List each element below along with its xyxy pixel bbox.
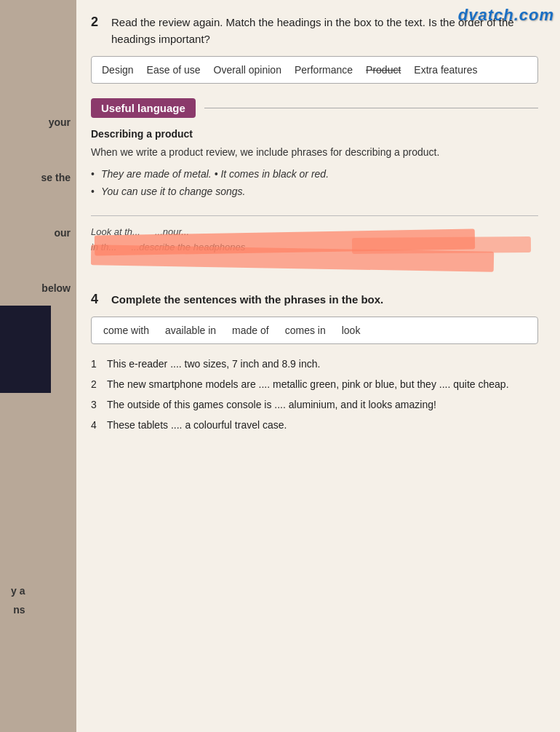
phrases-box: come with available in made of comes in … xyxy=(91,317,538,344)
bullet-item-2: You can use it to change songs. xyxy=(91,183,538,201)
useful-language-badge: Useful language xyxy=(91,98,196,118)
section-body-describing: When we write a product review, we inclu… xyxy=(91,144,538,160)
vocab-performance: Performance xyxy=(295,64,353,76)
vocab-overall: Overall opinion xyxy=(214,64,281,76)
bullet-item-1: They are made of metal. • It comes in bl… xyxy=(91,166,538,183)
section-title-describing: Describing a product xyxy=(91,128,538,140)
phrase-look: look xyxy=(342,325,361,336)
sidebar-label-3: our xyxy=(54,227,71,239)
sentence-2: 2 The new smartphone models are .... met… xyxy=(91,376,538,394)
question-4-text: Complete the sentences with the phrases … xyxy=(111,292,383,309)
bullet-list: They are made of metal. • It comes in bl… xyxy=(91,166,538,201)
sidebar-label-4: below xyxy=(41,282,71,294)
sidebar-label-1: your xyxy=(49,116,71,128)
sentence-3-num: 3 xyxy=(91,397,101,414)
scratch-overlay: Look at th... ...nour... in th... ...des… xyxy=(91,226,538,285)
sentence-2-num: 2 xyxy=(91,376,101,394)
watermark-text: dvatch.com xyxy=(458,6,554,25)
question-4-number: 4 xyxy=(91,292,104,307)
useful-language-section: Useful language Describing a product Whe… xyxy=(91,98,538,201)
question-4-header: 4 Complete the sentences with the phrase… xyxy=(91,292,538,309)
phrase-made-of: made of xyxy=(232,325,269,336)
sidebar-label-2: se the xyxy=(41,172,71,183)
vocab-product: Product xyxy=(366,64,401,76)
sentence-1: 1 This e-reader .... two sizes, 7 inch a… xyxy=(91,356,538,373)
sentence-4: 4 These tablets .... a colourful travel … xyxy=(91,417,538,434)
question-2: 2 Read the review again. Match the headi… xyxy=(91,15,538,84)
sentence-list: 1 This e-reader .... two sizes, 7 inch a… xyxy=(91,356,538,434)
question-2-number: 2 xyxy=(91,15,104,30)
highlight-stroke-3 xyxy=(352,236,531,254)
sentence-1-num: 1 xyxy=(91,356,101,373)
divider xyxy=(91,215,538,216)
question-4: 4 Complete the sentences with the phrase… xyxy=(91,292,538,434)
sentence-3: 3 The outside of this games console is .… xyxy=(91,397,538,414)
sentence-4-text: These tablets .... a colourful travel ca… xyxy=(107,417,287,434)
sidebar-label-6: ns xyxy=(11,604,25,616)
sentence-4-num: 4 xyxy=(91,417,101,434)
main-content: 2 Read the review again. Match the headi… xyxy=(76,0,560,732)
sentence-1-text: This e-reader .... two sizes, 7 inch and… xyxy=(107,356,320,373)
sidebar-label-5: y a xyxy=(11,585,25,597)
sentence-3-text: The outside of this games console is ...… xyxy=(107,397,436,414)
useful-language-header: Useful language xyxy=(91,98,538,118)
sentence-2-text: The new smartphone models are .... metal… xyxy=(107,376,509,394)
phrase-available-in: available in xyxy=(165,325,216,336)
phrase-comes-in: comes in xyxy=(285,325,326,336)
useful-language-line xyxy=(204,108,538,108)
vocab-ease: Ease of use xyxy=(147,64,201,76)
sidebar-image xyxy=(0,306,51,393)
vocab-box: Design Ease of use Overall opinion Perfo… xyxy=(91,56,538,84)
vocab-extra: Extra features xyxy=(414,64,477,76)
phrase-come-with: come with xyxy=(103,325,149,336)
vocab-design: Design xyxy=(102,64,134,76)
